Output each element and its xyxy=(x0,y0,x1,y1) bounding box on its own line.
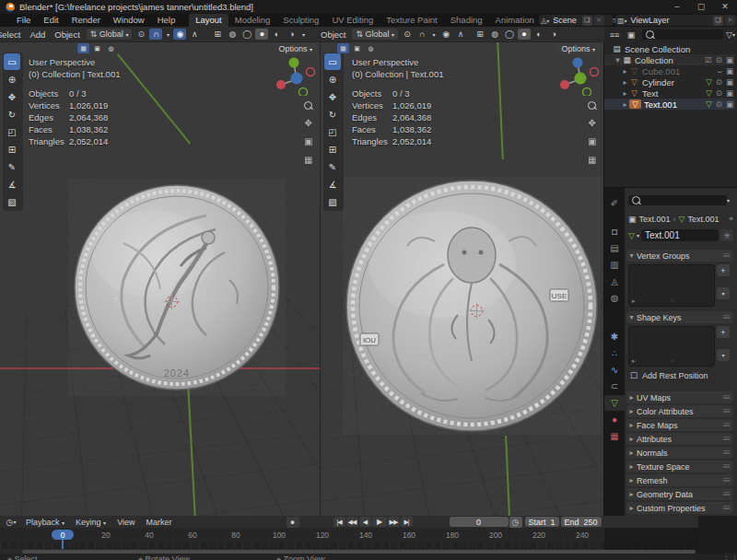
outliner-item-scene-collection[interactable]: ▤ Scene Collection xyxy=(604,43,735,54)
menu-help[interactable]: Help xyxy=(151,14,182,27)
breadcrumb-object[interactable]: Text.001 xyxy=(639,215,671,224)
section-uv-maps[interactable]: ▸UV Maps≡≡ xyxy=(626,391,733,403)
vertex-groups-list[interactable]: ▸ ⁙ xyxy=(628,264,715,307)
jump-to-end-button[interactable]: ▶| xyxy=(401,517,413,527)
prev-keyframe-button[interactable]: ◀◀ xyxy=(346,517,358,527)
shape-keys-panel-header[interactable]: ▾ Shape Keys ≡≡ xyxy=(626,311,733,323)
rotate-tool[interactable]: ↻ xyxy=(324,106,341,122)
tab-uv-editing[interactable]: UV Editing xyxy=(325,14,380,27)
breadcrumb-data[interactable]: Text.001 xyxy=(687,215,719,224)
shading-rendered-button[interactable]: ◑ xyxy=(285,29,298,40)
filter-icon[interactable]: ▽ xyxy=(726,30,732,40)
editor-type-icon[interactable]: ▦ xyxy=(337,43,349,53)
menu-render[interactable]: Render xyxy=(65,14,107,27)
list-expand-icon[interactable]: ▸ xyxy=(632,298,636,305)
vertex-groups-panel-header[interactable]: ▾ Vertex Groups ≡≡ xyxy=(626,250,733,262)
expand-icon[interactable]: ▸ xyxy=(621,89,629,98)
shading-material-button[interactable]: ◐ xyxy=(532,29,545,40)
outliner-item-text001[interactable]: ▸ ▽ Text.001 ▽ ⊙ ▣ xyxy=(604,99,735,110)
annotate-tool[interactable]: ✎ xyxy=(324,158,341,175)
timeline-editor[interactable]: ◷▾ Playback ▾ Keying ▾ View Marker ● |◀ … xyxy=(0,516,698,554)
overlays-toggle[interactable]: ◍ xyxy=(226,29,239,40)
expand-icon[interactable]: ▼ xyxy=(614,56,622,64)
tab-sculpting[interactable]: Sculpting xyxy=(276,14,325,27)
tab-view-layer[interactable]: ▥ xyxy=(604,257,625,273)
menu-window[interactable]: Window xyxy=(107,14,151,27)
outliner-item-text[interactable]: ▸ ▽ Text ▽ ⊙ ▣ xyxy=(604,88,735,99)
shading-wireframe-button[interactable]: ◯ xyxy=(240,29,253,40)
mode-icon[interactable]: ▣ xyxy=(91,43,103,53)
scene-selector[interactable]: ◬ ▾ Scene ❏ ✕ xyxy=(539,15,613,26)
hide-eye-icon[interactable]: ⊙ xyxy=(716,55,722,64)
render-visibility-icon[interactable]: ▣ xyxy=(726,88,733,98)
add-rest-position-checkbox[interactable]: ☐ xyxy=(630,371,638,380)
tab-texture[interactable]: ▦ xyxy=(604,428,625,444)
select-box-tool[interactable]: ▭ xyxy=(324,53,341,70)
new-scene-button[interactable]: ❏ xyxy=(582,16,592,26)
shape-keys-list[interactable]: ▸ ⁙ xyxy=(628,326,715,367)
transform-tool[interactable]: ⊞ xyxy=(324,141,341,158)
zoom-icon[interactable] xyxy=(304,101,312,110)
section-color-attributes[interactable]: ▸Color Attributes≡≡ xyxy=(626,405,733,417)
new-viewlayer-button[interactable]: ❏ xyxy=(713,16,723,26)
shading-material-button[interactable]: ◐ xyxy=(270,29,283,40)
grid-toggle-icon[interactable]: ▦ xyxy=(304,155,312,165)
hide-eye-icon[interactable]: ⊙ xyxy=(716,77,722,87)
add-vertex-group-button[interactable]: + xyxy=(717,264,730,276)
shading-solid-button[interactable]: ● xyxy=(255,29,268,40)
exclude-checkbox[interactable]: ☑ xyxy=(705,55,712,64)
shading-wireframe-button[interactable]: ◯ xyxy=(503,29,516,40)
section-custom-properties[interactable]: ▸Custom Properties≡≡ xyxy=(626,502,733,514)
frame-start-field[interactable]: Start 1 xyxy=(525,517,559,527)
hide-eye-icon[interactable]: ⊙ xyxy=(716,99,722,109)
maximize-button[interactable]: ▢ xyxy=(689,0,713,14)
shading-dropdown[interactable]: ▾ xyxy=(299,29,307,40)
snap-dropdown[interactable]: ▾ xyxy=(430,29,438,40)
current-frame-field[interactable]: 0 xyxy=(450,517,509,527)
section-normals[interactable]: ▸Normals≡≡ xyxy=(626,447,733,459)
minimize-button[interactable]: – xyxy=(665,0,689,14)
tab-layout[interactable]: Layout xyxy=(189,14,228,27)
section-texture-space[interactable]: ▸Texture Space≡≡ xyxy=(626,461,733,472)
shape-key-specials-button[interactable]: ▾ xyxy=(717,349,730,361)
tab-world[interactable]: ◍ xyxy=(604,290,625,306)
outliner-search-input[interactable] xyxy=(642,29,723,40)
navigation-gizmo[interactable] xyxy=(275,53,317,96)
list-resize-grip[interactable]: ⁙ xyxy=(670,298,675,305)
measure-tool[interactable]: ∡ xyxy=(4,176,20,192)
render-visibility-icon[interactable]: ▣ xyxy=(726,77,733,87)
render-visibility-icon[interactable]: ▣ xyxy=(726,99,733,109)
menu-keying[interactable]: Keying ▾ xyxy=(70,518,111,527)
menu-view[interactable]: View xyxy=(111,518,140,527)
outliner-item-cube001[interactable]: ▸ ▽ Cube.001 ⌣ ▣ xyxy=(604,65,735,76)
list-expand-icon[interactable]: ▸ xyxy=(632,357,636,365)
jump-to-start-button[interactable]: |◀ xyxy=(333,517,345,527)
properties-search-input[interactable] xyxy=(628,195,727,205)
scale-tool[interactable]: ◰ xyxy=(4,123,20,140)
add-cube-tool[interactable]: ▧ xyxy=(324,193,341,210)
chevron-down-icon[interactable]: ▾ xyxy=(727,197,730,204)
timeline-track[interactable] xyxy=(0,542,698,549)
remove-viewlayer-button[interactable]: ✕ xyxy=(725,16,735,26)
expand-icon[interactable]: ▸ xyxy=(621,78,629,87)
viewlayer-selector[interactable]: ▥ ▾ ViewLayer ❏ ✕ xyxy=(615,15,737,26)
tab-particles[interactable]: ∴ xyxy=(604,345,625,361)
tab-object-data[interactable]: ▽ xyxy=(604,395,625,411)
viewport-left-canvas[interactable]: 2024 ▭ ⊕ ✥ ↻ ◰ ⊞ ✎ ∡ ▧ ▦ ▣ ◍ xyxy=(0,41,320,516)
camera-view-icon[interactable]: ▣ xyxy=(304,136,312,146)
add-shape-key-button[interactable]: + xyxy=(717,326,730,338)
editor-type-clock-dropdown[interactable]: ◷▾ xyxy=(3,517,19,528)
menu-select[interactable]: Select xyxy=(0,29,25,40)
list-resize-grip[interactable]: ⁙ xyxy=(670,357,675,365)
move-tool[interactable]: ✥ xyxy=(4,88,20,105)
transform-orientation-dropdown[interactable]: ⇅ Global ▾ xyxy=(352,29,398,40)
menu-file[interactable]: File xyxy=(10,14,37,27)
menu-object[interactable]: Object xyxy=(321,29,350,40)
tab-scene[interactable]: ◬ xyxy=(604,274,625,289)
mode-icon[interactable]: ▣ xyxy=(351,43,363,53)
move-tool[interactable]: ✥ xyxy=(324,88,341,105)
outliner-item-collection[interactable]: ▼ ▦ Collection ☑ ⊙ ▣ xyxy=(604,54,735,65)
tab-tool[interactable]: ✐ xyxy=(604,195,625,211)
cursor-tool[interactable]: ⊕ xyxy=(324,71,341,88)
render-visibility-icon[interactable]: ▣ xyxy=(726,66,733,76)
